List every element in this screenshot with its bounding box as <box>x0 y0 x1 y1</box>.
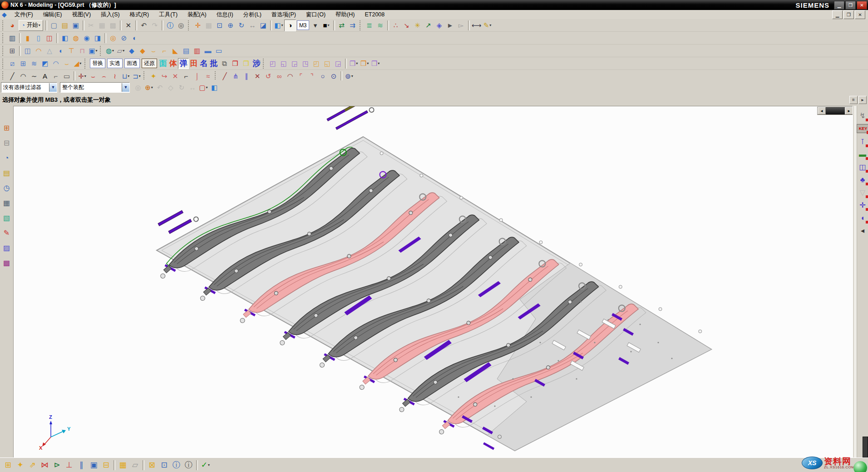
sketch-dropdown[interactable]: ◍▾ <box>104 45 115 56</box>
move-face-button[interactable]: ◧ <box>59 33 70 44</box>
copy-mini-button[interactable]: ⧉ <box>219 58 230 69</box>
shaded-cube-button[interactable]: ◧ <box>209 82 220 93</box>
undo-button[interactable]: ↶ <box>138 20 149 31</box>
minimize-button[interactable]: ▁ <box>834 1 844 10</box>
add-component-button[interactable]: ⊞ <box>2 459 14 471</box>
wave-link-paste-button[interactable]: ◳ <box>300 58 311 69</box>
save-button[interactable]: ▣ <box>70 20 81 31</box>
basic-arc-button[interactable]: ◠ <box>285 71 296 82</box>
assembly-check-dropdown[interactable]: ✓▾ <box>199 459 212 471</box>
menu-view[interactable]: 视图(V) <box>67 10 96 19</box>
circle-point-button[interactable]: ⊙ <box>328 71 339 82</box>
palette-button[interactable]: ✳ <box>412 20 423 31</box>
display-mode-dropdown[interactable]: ■▾ <box>321 20 332 31</box>
tab-reuse-library[interactable]: ▤ <box>1 168 12 179</box>
shell-feature-button[interactable]: ▯ <box>33 33 44 44</box>
reuse-item-wrench[interactable]: ↯ <box>857 110 868 121</box>
styled-sweep-button[interactable]: △ <box>44 45 55 56</box>
ruled-surface-button[interactable]: ⧄ <box>7 58 18 69</box>
sequence-button[interactable]: ▱ <box>129 459 141 471</box>
type-filter-select[interactable]: 没有选择过滤器 ▼ <box>1 82 57 93</box>
cylinder-dropdown[interactable]: ⊐▾ <box>131 71 142 82</box>
resize-blend-button[interactable]: ◎ <box>108 33 118 44</box>
scope-select[interactable]: 整个装配 ▼ <box>60 82 130 93</box>
spring-char-button[interactable]: 弹 <box>178 58 189 69</box>
marquee-select-dropdown[interactable]: ▢▾ <box>198 82 209 93</box>
basic-line-button[interactable]: ╱ <box>219 71 230 82</box>
scroll-right-icon[interactable]: ► <box>845 107 853 114</box>
wave-link-delete-button[interactable]: ◲ <box>333 58 344 69</box>
reuse-item-key[interactable]: KEY <box>857 124 868 133</box>
revolve-button[interactable]: ◆ <box>137 45 148 56</box>
delete-face-button[interactable]: ◫ <box>44 33 55 44</box>
child-restore-button[interactable]: ❐ <box>843 10 854 19</box>
wave-link-freeze-button[interactable]: ◱ <box>322 58 333 69</box>
menu-file[interactable]: 文件(F) <box>10 10 38 19</box>
swept-button[interactable]: ◠ <box>33 45 44 56</box>
detached-parts-top[interactable] <box>327 106 375 133</box>
wave-link-down-button[interactable]: ◱ <box>278 58 289 69</box>
clamp-button[interactable]: ⊓ <box>77 45 88 56</box>
block-dropdown[interactable]: ▣▾ <box>88 45 99 56</box>
align-constraint-button[interactable]: ∥ <box>75 459 88 471</box>
delete-button[interactable]: ✕ <box>123 20 134 31</box>
rectangle-button[interactable]: ▭ <box>61 71 72 82</box>
status-mini-list-button[interactable]: ≡ <box>849 96 858 104</box>
corner-curve-button[interactable]: ⌐ <box>181 71 192 82</box>
scroll-left-icon[interactable]: ◄ <box>818 107 826 114</box>
conic-button[interactable]: ∼ <box>29 71 39 82</box>
rotate-view-button[interactable]: ↻ <box>236 20 247 31</box>
wade-char-button[interactable]: 涉 <box>252 59 261 69</box>
datum-axis-button[interactable]: ↘ <box>401 20 412 31</box>
info-button[interactable]: ⓘ <box>165 20 176 31</box>
batch-char-button[interactable]: 批 <box>209 59 219 69</box>
menu-insert[interactable]: 插入(S) <box>96 10 125 19</box>
profile-button[interactable]: ⌐ <box>50 71 61 82</box>
text-button[interactable]: A <box>39 71 50 82</box>
zoom-in-out-button[interactable]: ⊕ <box>225 20 236 31</box>
tangent-circle-button[interactable]: ↺ <box>263 71 274 82</box>
new-component-button[interactable]: ✦ <box>14 459 26 471</box>
m3-options-caret[interactable]: ▾ <box>310 20 321 31</box>
circle-dropdown[interactable]: ⊚▾ <box>344 71 355 82</box>
layer-settings-button[interactable]: ≣ <box>364 20 375 31</box>
intersection-curve-button[interactable]: ✕ <box>170 71 181 82</box>
studio-surface-button[interactable]: ≋ <box>29 58 39 69</box>
slab-button[interactable]: ▬ <box>202 45 213 56</box>
tab-process[interactable]: ▨ <box>1 243 12 253</box>
child-close-button[interactable]: ✕ <box>855 10 865 19</box>
body-char-button[interactable]: 体 <box>168 59 178 69</box>
extend-curve-button[interactable]: ⌢ <box>99 71 109 82</box>
revolve-surface-button[interactable]: ◖ <box>55 45 66 56</box>
pan-button[interactable]: ↔ <box>247 20 258 31</box>
orient-view-dropdown[interactable]: ◧▾ <box>273 20 284 31</box>
sweep-along-guide-button[interactable]: ◠ <box>50 58 61 69</box>
mirror-assembly-button[interactable]: ⋈ <box>39 459 51 471</box>
divide-curve-button[interactable]: ≀ <box>109 71 120 82</box>
tab-part-navigator[interactable]: ◔ <box>1 153 12 164</box>
menu-format[interactable]: 格式(R) <box>125 10 154 19</box>
menu-tools[interactable]: 工具(T) <box>154 10 182 19</box>
replace-button[interactable]: 替换 <box>90 59 105 68</box>
horizontal-scrollbar[interactable]: ◄ ► <box>817 107 853 115</box>
exploded-views-button[interactable]: ⊠ <box>146 459 158 471</box>
wave-link-up-button[interactable]: ◰ <box>267 58 278 69</box>
offset-region-button[interactable]: ◉ <box>81 33 92 44</box>
face-char-button[interactable]: 面 <box>158 59 168 69</box>
rib-button[interactable]: ▥ <box>192 45 202 56</box>
jog-button[interactable]: ⌐ <box>159 45 170 56</box>
graphics-window[interactable]: ZYX <box>14 106 853 457</box>
menu-information[interactable]: 信息(I) <box>212 10 238 19</box>
name-char-button[interactable]: 名 <box>199 59 209 69</box>
menu-analysis[interactable]: 分析(L) <box>238 10 266 19</box>
measure-distance-button[interactable]: ⟷ <box>471 20 482 31</box>
visible-layers-button[interactable]: ≋ <box>375 20 386 31</box>
horizontal-scroll-thumb[interactable] <box>826 107 845 114</box>
reuse-item-insert-green[interactable]: ▬ <box>857 149 868 160</box>
bend-surface-button[interactable]: ⌣ <box>61 58 72 69</box>
clearance-analysis-button[interactable]: ⓘ <box>170 459 182 471</box>
edit-cross-section-button[interactable]: ⊘ <box>118 33 129 44</box>
solid-translucency-button[interactable]: 实透 <box>107 59 123 68</box>
line-button[interactable]: ╱ <box>7 71 18 82</box>
open-file-button[interactable]: ▤ <box>59 20 70 31</box>
